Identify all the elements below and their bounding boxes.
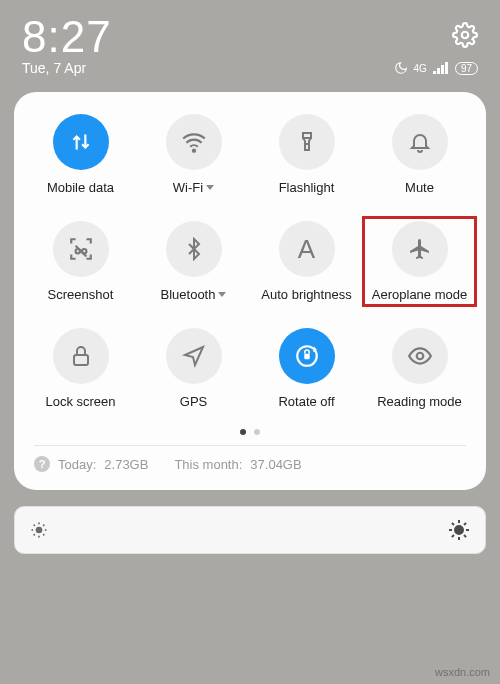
- tile-mute[interactable]: Mute: [363, 110, 476, 199]
- location-arrow-icon: [182, 344, 206, 368]
- eye-icon: [407, 343, 433, 369]
- tile-label: Aeroplane mode: [372, 287, 467, 302]
- usage-today-value: 2.73GB: [104, 457, 148, 472]
- date: Tue, 7 Apr: [22, 60, 86, 76]
- divider: [34, 445, 466, 446]
- status-top-row: 8:27: [22, 12, 478, 62]
- page-indicator: [24, 429, 476, 435]
- svg-line-29: [464, 535, 466, 537]
- svg-rect-12: [304, 354, 309, 359]
- svg-point-14: [37, 528, 42, 533]
- data-usage-row[interactable]: ? Today: 2.73GB This month: 37.04GB: [24, 456, 476, 476]
- info-icon: ?: [34, 456, 50, 472]
- tile-wifi[interactable]: Wi-Fi: [137, 110, 250, 199]
- svg-line-21: [34, 534, 35, 535]
- airplane-icon: [408, 237, 432, 261]
- tile-label: Bluetooth: [161, 287, 216, 302]
- tile-label: Screenshot: [48, 287, 114, 302]
- svg-rect-6: [303, 133, 311, 138]
- status-bottom-row: Tue, 7 Apr 4G 97: [22, 60, 478, 76]
- auto-brightness-icon: A: [298, 234, 315, 265]
- lock-icon: [69, 344, 93, 368]
- tile-mobile-data[interactable]: Mobile data: [24, 110, 137, 199]
- clock: 8:27: [22, 12, 112, 62]
- svg-point-5: [192, 150, 194, 152]
- signal-icon: [433, 62, 449, 74]
- watermark: wsxdn.com: [435, 666, 490, 678]
- page-dot-2[interactable]: [254, 429, 260, 435]
- tile-label: Rotate off: [278, 394, 334, 409]
- svg-rect-4: [445, 62, 448, 74]
- svg-line-22: [43, 525, 44, 526]
- tile-auto-brightness[interactable]: A Auto brightness: [250, 217, 363, 306]
- svg-point-13: [416, 353, 423, 360]
- dnd-moon-icon: [394, 61, 408, 75]
- bell-icon: [408, 130, 432, 154]
- brightness-low-icon: [29, 520, 49, 540]
- tile-label: Lock screen: [45, 394, 115, 409]
- tile-label: Auto brightness: [261, 287, 351, 302]
- usage-month-label: This month:: [174, 457, 242, 472]
- status-area: 8:27 Tue, 7 Apr 4G 97: [0, 0, 500, 84]
- chevron-down-icon: [218, 292, 226, 297]
- tile-label: Reading mode: [377, 394, 462, 409]
- chevron-down-icon: [206, 185, 214, 190]
- network-type: 4G: [414, 63, 427, 74]
- page-dot-1[interactable]: [240, 429, 246, 435]
- flashlight-icon: [295, 130, 319, 154]
- svg-rect-10: [74, 355, 88, 365]
- bluetooth-icon: [182, 237, 206, 261]
- svg-rect-3: [441, 65, 444, 74]
- tile-lock-screen[interactable]: Lock screen: [24, 324, 137, 413]
- rotate-lock-icon: [294, 343, 320, 369]
- tile-label: Flashlight: [279, 180, 335, 195]
- tile-gps[interactable]: GPS: [137, 324, 250, 413]
- svg-rect-1: [433, 71, 436, 74]
- usage-today-label: Today:: [58, 457, 96, 472]
- settings-button[interactable]: [452, 22, 478, 48]
- usage-month-value: 37.04GB: [250, 457, 301, 472]
- tile-screenshot[interactable]: Screenshot: [24, 217, 137, 306]
- tile-label: Wi-Fi: [173, 180, 203, 195]
- svg-rect-2: [437, 68, 440, 74]
- svg-line-30: [452, 535, 454, 537]
- mobile-data-icon: [68, 129, 94, 155]
- svg-point-23: [455, 526, 463, 534]
- screenshot-icon: [68, 236, 94, 262]
- brightness-high-icon: [447, 518, 471, 542]
- svg-line-20: [43, 534, 44, 535]
- quick-settings-panel: Mobile data Wi-Fi Flashlight Mute Screen: [14, 92, 486, 490]
- svg-point-0: [462, 32, 469, 39]
- tile-label: Mobile data: [47, 180, 114, 195]
- battery-indicator: 97: [455, 62, 478, 75]
- brightness-slider[interactable]: [14, 506, 486, 554]
- status-icons: 4G 97: [394, 61, 478, 75]
- tile-aeroplane-mode[interactable]: Aeroplane mode: [363, 217, 476, 306]
- tile-reading-mode[interactable]: Reading mode: [363, 324, 476, 413]
- svg-line-19: [34, 525, 35, 526]
- gear-icon: [452, 22, 478, 48]
- tile-rotate-off[interactable]: Rotate off: [250, 324, 363, 413]
- tile-bluetooth[interactable]: Bluetooth: [137, 217, 250, 306]
- tile-label: Mute: [405, 180, 434, 195]
- tile-label: GPS: [180, 394, 207, 409]
- svg-line-28: [452, 523, 454, 525]
- svg-line-31: [464, 523, 466, 525]
- tile-flashlight[interactable]: Flashlight: [250, 110, 363, 199]
- wifi-icon: [181, 129, 207, 155]
- tiles-grid: Mobile data Wi-Fi Flashlight Mute Screen: [24, 110, 476, 413]
